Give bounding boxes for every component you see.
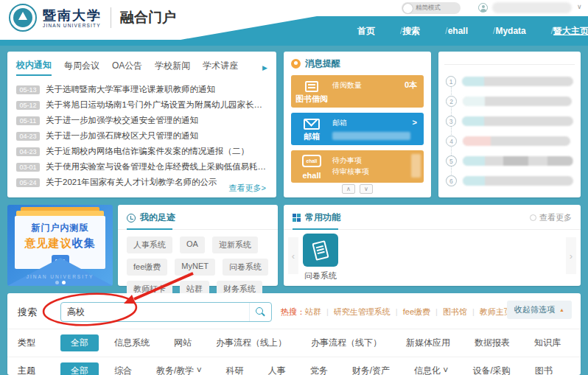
type-filter-chip[interactable]: 数据报表 (466, 334, 519, 351)
notice-tabs: 校内通知每周会议OA公告学校新闻学术讲座 ▶ (7, 52, 276, 80)
theme-filter-chip[interactable]: 科研 (217, 362, 253, 375)
theme-filter-chip[interactable]: 学工 (568, 362, 570, 375)
notice-tab[interactable]: 学术讲座 (203, 60, 238, 75)
search-input[interactable] (61, 307, 249, 318)
notice-tab[interactable]: 每周会议 (64, 60, 99, 75)
feedback-promo-banner[interactable]: 新门户内测版 意见建议收集 JINAN UNIVERSITY (7, 205, 113, 286)
hot-search-link[interactable]: 站群 (305, 306, 334, 318)
schedule-header-divider (444, 52, 575, 65)
hot-search-link[interactable]: 研究生管理系统 (334, 306, 403, 318)
schedule-item-number: 3 (446, 116, 456, 127)
schedule-item[interactable]: 4 (446, 131, 573, 151)
theme-filter-chip[interactable]: 信息化 ˅ (405, 362, 457, 375)
hot-search-label: 热搜： (281, 306, 305, 318)
theme-filter-chip[interactable]: 设备/采购 (463, 362, 519, 375)
notice-date-badge: 05-12 (16, 101, 40, 110)
notice-tab[interactable]: 校内通知 (16, 59, 52, 76)
notice-row[interactable]: 05-11 关于进一步加强学校交通安全管理的通知 (16, 113, 267, 128)
theme-filter-chip[interactable]: 图书 (526, 362, 561, 375)
mailbox-envelope-icon (304, 119, 320, 130)
library-book-icon (305, 81, 318, 92)
schedule-item[interactable]: 2 (446, 91, 573, 111)
theme-filter-chip[interactable]: 人事 (259, 362, 295, 375)
mail-card-label: 邮箱 (304, 131, 320, 142)
theme-filter-chip[interactable]: 综合 (105, 362, 141, 375)
schedule-item[interactable]: 3 (446, 111, 573, 131)
notice-tab[interactable]: 学校新闻 (155, 60, 190, 75)
carousel-dot-active[interactable] (62, 281, 66, 284)
collapse-filters-button[interactable]: 收起筛选项 ▲ (507, 301, 572, 319)
type-filter-chip[interactable]: 信息系统 (105, 334, 158, 351)
footprint-app-button[interactable]: 迎新系统 (212, 236, 258, 253)
ehall-card-label: ehall (302, 171, 321, 180)
common-functions-panel: 常用功能 查看更多 ‹ 问卷系统 › (284, 205, 581, 286)
tabs-next-arrow-icon[interactable]: ▶ (262, 64, 267, 71)
carousel-next-button[interactable]: › (566, 237, 576, 274)
theme-filter-chip[interactable]: 财务/资产 (343, 362, 399, 375)
footprint-app-button[interactable]: 人事系统 (127, 236, 172, 253)
pager-up-button[interactable]: ∧ (342, 184, 355, 194)
theme-filter-chip[interactable]: 教务/教学 ˅ (147, 362, 211, 375)
university-logo-icon (9, 4, 37, 32)
type-filter-chip[interactable]: 知识库 (525, 334, 570, 351)
footprint-app-button[interactable]: 问卷系统 (223, 259, 268, 276)
user-avatar-icon[interactable] (478, 3, 488, 13)
app-tile-label: 问卷系统 (301, 270, 340, 281)
notice-date-badge: 04-23 (16, 132, 40, 141)
schedule-item-number: 2 (446, 96, 457, 107)
theme-filter-chip[interactable]: 全部 (60, 362, 99, 375)
notice-date-badge: 03-01 (16, 163, 40, 172)
search-button[interactable] (249, 303, 271, 321)
notice-title: 关于近期校内网络电信诈骗案件发案的情况通报（二） (46, 146, 249, 157)
library-message-card[interactable]: 图书借阅 借阅数量 0本 (291, 75, 424, 108)
university-name-zh: 暨南大学 (43, 8, 102, 23)
schedule-list-panel: 1 2 3 4 5 (438, 52, 581, 197)
schedule-item[interactable]: 5 (446, 151, 573, 171)
type-filter-chip[interactable]: 办事流程（线下） (302, 334, 391, 351)
notice-row[interactable]: 04-23 关于近期校内网络电信诈骗案件发案的情况通报（二） (16, 144, 267, 159)
nav-item[interactable]: 暨大主页 (541, 25, 588, 38)
hot-search-link[interactable]: 图书馆 (443, 306, 480, 318)
footprints-title: 我的足迹 (140, 211, 175, 224)
search-icon (256, 307, 265, 317)
notices-view-more-link[interactable]: 查看更多> (229, 183, 266, 194)
theme-filter-chip[interactable]: 党务 (301, 362, 337, 375)
notice-tab[interactable]: OA公告 (112, 60, 142, 75)
notice-row[interactable]: 05-12 关于将旭日运动场南1号门外广场设置为附属幼儿园家长接送车辆临时停放.… (16, 97, 267, 113)
app-tile-questionnaire[interactable]: 问卷系统 (301, 234, 340, 281)
ehall-values-redacted (411, 154, 421, 178)
common-view-more-link[interactable]: 查看更多 (530, 212, 572, 223)
ehall-message-card[interactable]: ehall ehall 待办事项 待审核事项 (291, 150, 424, 183)
carousel-prev-button[interactable]: ‹ (288, 237, 298, 274)
footprint-app-button[interactable]: OA (180, 236, 205, 253)
search-panel: 搜索 热搜： 站群研究生管理系统fee缴费图书馆教师主页个人端 收起筛选项 ▲ … (7, 293, 581, 375)
mail-message-card[interactable]: 邮箱 邮箱 > (291, 113, 424, 145)
type-filter-chip[interactable]: 网站 (165, 334, 200, 351)
schedule-item-number: 5 (446, 155, 457, 167)
nav-item[interactable]: Mydata (483, 26, 541, 36)
schedule-item[interactable]: 1 (446, 71, 573, 91)
schedule-item[interactable]: 6 (446, 171, 573, 191)
message-panel-title: 消息提醒 (305, 57, 340, 70)
nav-item[interactable]: 首页 (345, 25, 390, 38)
footprint-app-button[interactable]: MyNET (175, 259, 215, 276)
nav-item[interactable]: 搜索 (390, 25, 435, 38)
type-filter-chip[interactable]: 全部 (60, 334, 99, 351)
notice-row[interactable]: 04-23 关于进一步加强石牌校区犬只管理的通知 (16, 128, 267, 144)
carousel-dot[interactable] (55, 281, 59, 284)
type-filter-chip[interactable]: 办事流程（线上） (207, 334, 295, 351)
type-filter-chip[interactable]: 新媒体应用 (397, 334, 459, 351)
nav-item[interactable]: ehall (435, 26, 483, 36)
borrow-count-label: 借阅数量 (332, 80, 362, 91)
common-functions-title: 常用功能 (305, 211, 340, 224)
notice-row[interactable]: 03-01 关于使用实验室与设备管理处仓库经费线上采购低值易耗品的通知 (16, 159, 267, 175)
username-redacted[interactable] (492, 2, 572, 13)
user-menu-caret-icon[interactable]: ∨ (577, 3, 582, 10)
notice-row[interactable]: 05-13 关于选聘暨南大学军事理论课兼职教师的通知 (16, 82, 267, 97)
simple-mode-toggle[interactable]: 精简模式 (402, 2, 461, 14)
hot-search-link[interactable]: fee缴费 (403, 306, 443, 318)
schedule-item-redacted (463, 97, 572, 106)
banner-carousel-dots (7, 281, 113, 284)
pager-down-button[interactable]: ∨ (360, 184, 373, 194)
footprint-app-button[interactable]: fee缴费 (127, 259, 167, 276)
